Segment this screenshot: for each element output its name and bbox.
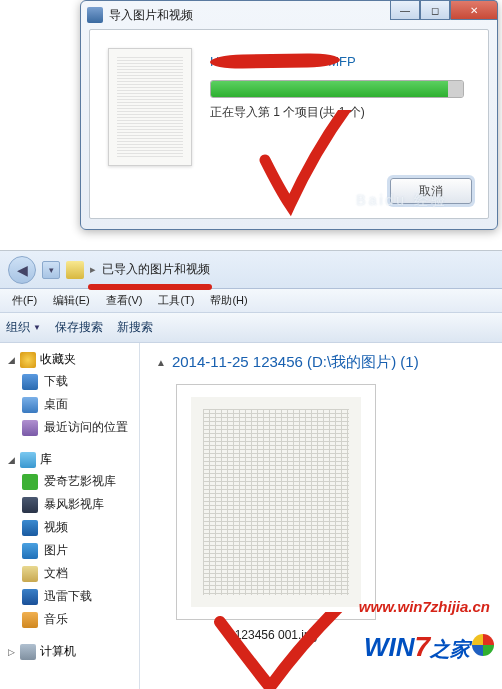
- sidebar-baofeng[interactable]: 暴风影视库: [0, 493, 139, 516]
- music-icon: [22, 612, 38, 628]
- progress-bar: [210, 80, 464, 98]
- maximize-button[interactable]: ◻: [420, 0, 450, 20]
- dialog-titlebar[interactable]: 导入图片和视频 — ◻ ✕: [81, 1, 497, 29]
- xunlei-icon: [22, 589, 38, 605]
- download-icon: [22, 374, 38, 390]
- computer-icon: [20, 644, 36, 660]
- library-icon: [20, 452, 36, 468]
- sidebar-xunlei[interactable]: 迅雷下载: [0, 585, 139, 608]
- file-item[interactable]: 123456 001.jpg: [176, 384, 376, 642]
- file-name: 123456 001.jpg: [176, 628, 376, 642]
- import-icon: [87, 7, 103, 23]
- organize-button[interactable]: 组织▼: [6, 319, 41, 336]
- history-dropdown[interactable]: ▾: [42, 261, 60, 279]
- sidebar-desktop[interactable]: 桌面: [0, 393, 139, 416]
- sidebar-videos[interactable]: 视频: [0, 516, 139, 539]
- cancel-button[interactable]: 取消: [390, 178, 472, 204]
- sidebar-iqiyi[interactable]: 爱奇艺影视库: [0, 470, 139, 493]
- new-search-button[interactable]: 新搜索: [117, 319, 153, 336]
- baofeng-icon: [22, 497, 38, 513]
- sidebar-pictures[interactable]: 图片: [0, 539, 139, 562]
- picture-icon: [22, 543, 38, 559]
- explorer-window: ◀ ▾ ▸ 已导入的图片和视频 件(F) 编辑(E) 查看(V) 工具(T) 帮…: [0, 250, 502, 689]
- window-controls: — ◻ ✕: [390, 0, 498, 20]
- minimize-button[interactable]: —: [390, 0, 420, 20]
- watermark-url: www.win7zhijia.cn: [359, 598, 490, 615]
- toolbar: 组织▼ 保存搜索 新搜索: [0, 313, 502, 343]
- menu-view[interactable]: 查看(V): [98, 293, 151, 308]
- breadcrumb[interactable]: 已导入的图片和视频: [102, 261, 210, 278]
- sidebar: ◢收藏夹 下载 桌面 最近访问的位置 ◢库 爱奇艺影视库 暴风影视库 视频 图片…: [0, 343, 140, 689]
- back-button[interactable]: ◀: [8, 256, 36, 284]
- sidebar-downloads[interactable]: 下载: [0, 370, 139, 393]
- group-header[interactable]: ▲2014-11-25 123456 (D:\我的图片) (1): [156, 353, 486, 372]
- sidebar-libraries[interactable]: ◢库: [0, 449, 139, 470]
- recent-icon: [22, 420, 38, 436]
- folder-icon: [66, 261, 84, 279]
- document-icon: [22, 566, 38, 582]
- desktop-icon: [22, 397, 38, 413]
- save-search-button[interactable]: 保存搜索: [55, 319, 103, 336]
- sidebar-favorites[interactable]: ◢收藏夹: [0, 349, 139, 370]
- watermark-logo: WIN7之家: [364, 631, 494, 663]
- menu-help[interactable]: 帮助(H): [202, 293, 255, 308]
- file-thumbnail: [176, 384, 376, 620]
- sidebar-documents[interactable]: 文档: [0, 562, 139, 585]
- close-button[interactable]: ✕: [450, 0, 498, 20]
- sidebar-recent[interactable]: 最近访问的位置: [0, 416, 139, 439]
- menu-file[interactable]: 件(F): [4, 293, 45, 308]
- menu-edit[interactable]: 编辑(E): [45, 293, 98, 308]
- star-icon: [20, 352, 36, 368]
- iqiyi-icon: [22, 474, 38, 490]
- menu-tools[interactable]: 工具(T): [150, 293, 202, 308]
- windows-flag-icon: [472, 634, 494, 656]
- import-dialog: 导入图片和视频 — ◻ ✕ HP LaserJet M1005 MFP 正在导入…: [80, 0, 498, 230]
- progress-fill: [211, 81, 448, 97]
- annotation-underline: [88, 284, 212, 290]
- breadcrumb-sep: ▸: [90, 263, 96, 276]
- menu-bar: 件(F) 编辑(E) 查看(V) 工具(T) 帮助(H): [0, 289, 502, 313]
- import-status: 正在导入第 1 个项目(共 1 个): [210, 104, 365, 121]
- address-bar: ◀ ▾ ▸ 已导入的图片和视频: [0, 251, 502, 289]
- sidebar-music[interactable]: 音乐: [0, 608, 139, 631]
- preview-thumbnail: [108, 48, 192, 166]
- video-icon: [22, 520, 38, 536]
- sidebar-computer[interactable]: ▷计算机: [0, 641, 139, 662]
